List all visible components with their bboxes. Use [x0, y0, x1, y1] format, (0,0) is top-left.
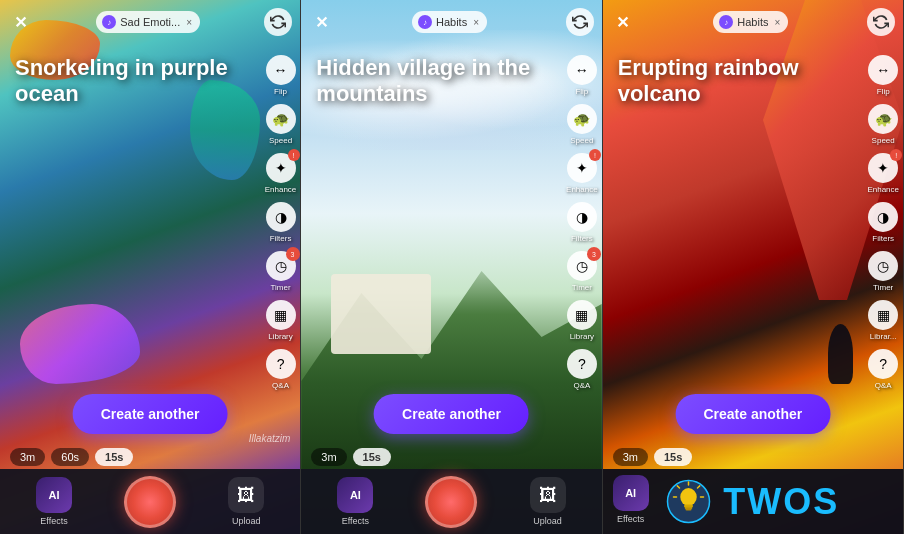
tab-pill-1[interactable]: ♪ Sad Emoti... × [96, 11, 200, 33]
effects-item-3[interactable]: AI Effects [613, 475, 649, 524]
timer-tool-1[interactable]: ◷ 3 Timer [266, 251, 296, 292]
enhance-tool-2[interactable]: ✦ ! Enhance [566, 153, 598, 194]
duration-60s-1[interactable]: 60s [51, 448, 89, 466]
filters-tool-2[interactable]: ◑ Filters [567, 202, 597, 243]
enhance-label-3: Enhance [867, 185, 899, 194]
music-icon-3: ♪ [719, 15, 733, 29]
record-button-2[interactable] [425, 476, 477, 528]
timer-icon-1: ◷ 3 [266, 251, 296, 281]
tab-pill-3[interactable]: ♪ Habits × [713, 11, 788, 33]
duration-3m-1[interactable]: 3m [10, 448, 45, 466]
library-icon-2: ▦ [567, 300, 597, 330]
timer-tool-3[interactable]: ◷ Timer [868, 251, 898, 292]
library-tool-3[interactable]: ▦ Librar... [868, 300, 898, 341]
effects-label-3: Effects [617, 514, 644, 524]
timer-tool-2[interactable]: ◷ 3 Timer [567, 251, 597, 292]
library-tool-1[interactable]: ▦ Library [266, 300, 296, 341]
flip-tool-3[interactable]: ↔ Flip [868, 55, 898, 96]
timer-badge-1: 3 [286, 247, 300, 261]
qa-tool-2[interactable]: ? Q&A [567, 349, 597, 390]
flip-label-3: Flip [877, 87, 890, 96]
filters-tool-1[interactable]: ◑ Filters [266, 202, 296, 243]
duration-15s-3[interactable]: 15s [654, 448, 692, 466]
ai-effects-icon-1: AI [36, 477, 72, 513]
duration-3m-2[interactable]: 3m [311, 448, 346, 466]
refresh-button-3[interactable] [867, 8, 895, 36]
duration-15s-2[interactable]: 15s [353, 448, 391, 466]
timer-label-3: Timer [873, 283, 893, 292]
upload-item-1[interactable]: 🖼 Upload [228, 477, 264, 526]
enhance-tool-1[interactable]: ✦ ! Enhance [265, 153, 297, 194]
filters-label-1: Filters [270, 234, 292, 243]
phone-panel-3: ✕ ♪ Habits × Erupting rainbow volcano ↔ … [603, 0, 904, 534]
upload-item-2[interactable]: 🖼 Upload [530, 477, 566, 526]
signature-1: Illakatzim [249, 433, 291, 444]
flip-label-1: Flip [274, 87, 287, 96]
close-button-1[interactable]: ✕ [8, 10, 32, 34]
filters-icon-3: ◑ [868, 202, 898, 232]
speed-icon-1: 🐢 [266, 104, 296, 134]
effects-label-1: Effects [40, 516, 67, 526]
close-button-3[interactable]: ✕ [611, 10, 635, 34]
enhance-tool-3[interactable]: ✦ ! Enhance [867, 153, 899, 194]
enhance-badge-2: ! [589, 149, 601, 161]
timer-icon-2: ◷ 3 [567, 251, 597, 281]
twos-brand-text: TWOS [723, 481, 839, 523]
scene-title-2: Hidden village in the mountains [316, 55, 551, 108]
filters-tool-3[interactable]: ◑ Filters [868, 202, 898, 243]
speed-icon-2: 🐢 [567, 104, 597, 134]
tab-close-3[interactable]: × [774, 17, 780, 28]
filters-label-2: Filters [571, 234, 593, 243]
flip-icon-1: ↔ [266, 55, 296, 85]
duration-bar-1: 3m 60s 15s [10, 448, 133, 466]
effects-item-1[interactable]: AI Effects [36, 477, 72, 526]
refresh-button-1[interactable] [264, 8, 292, 36]
top-bar-1: ✕ ♪ Sad Emoti... × [8, 8, 292, 36]
effects-label-2: Effects [342, 516, 369, 526]
flip-tool-1[interactable]: ↔ Flip [266, 55, 296, 96]
refresh-button-2[interactable] [566, 8, 594, 36]
enhance-icon-1: ✦ ! [266, 153, 296, 183]
qa-tool-1[interactable]: ? Q&A [266, 349, 296, 390]
duration-3m-3[interactable]: 3m [613, 448, 648, 466]
create-another-button-1[interactable]: Create another [73, 394, 228, 434]
svg-rect-4 [686, 508, 692, 510]
library-icon-3: ▦ [868, 300, 898, 330]
tab-close-2[interactable]: × [473, 17, 479, 28]
tab-close-1[interactable]: × [186, 17, 192, 28]
duration-bar-3: 3m 15s [613, 448, 693, 466]
duration-bar-2: 3m 15s [311, 448, 391, 466]
top-bar-3: ✕ ♪ Habits × [611, 8, 895, 36]
close-button-2[interactable]: ✕ [309, 10, 333, 34]
right-toolbar-1: ↔ Flip 🐢 Speed ✦ ! Enhance ◑ Filters ◷ 3… [265, 55, 297, 390]
record-button-1[interactable] [124, 476, 176, 528]
duration-15s-1[interactable]: 15s [95, 448, 133, 466]
timer-icon-3: ◷ [868, 251, 898, 281]
timer-label-2: Timer [572, 283, 592, 292]
tab-pill-2[interactable]: ♪ Habits × [412, 11, 487, 33]
flip-icon-2: ↔ [567, 55, 597, 85]
enhance-label-1: Enhance [265, 185, 297, 194]
speed-tool-3[interactable]: 🐢 Speed [868, 104, 898, 145]
art-building-2 [331, 274, 431, 354]
speed-tool-2[interactable]: 🐢 Speed [567, 104, 597, 145]
enhance-label-2: Enhance [566, 185, 598, 194]
speed-tool-1[interactable]: 🐢 Speed [266, 104, 296, 145]
speed-label-3: Speed [872, 136, 895, 145]
qa-icon-1: ? [266, 349, 296, 379]
bottom-bar-2: AI Effects 🖼 Upload [301, 469, 601, 534]
timer-badge-2: 3 [587, 247, 601, 261]
tab-label-2: Habits [436, 16, 467, 28]
upload-icon-1: 🖼 [228, 477, 264, 513]
qa-tool-3[interactable]: ? Q&A [868, 349, 898, 390]
flip-tool-2[interactable]: ↔ Flip [567, 55, 597, 96]
library-tool-2[interactable]: ▦ Library [567, 300, 597, 341]
effects-item-2[interactable]: AI Effects [337, 477, 373, 526]
flip-label-2: Flip [575, 87, 588, 96]
art-figure-3 [828, 324, 853, 384]
filters-icon-1: ◑ [266, 202, 296, 232]
create-another-button-2[interactable]: Create another [374, 394, 529, 434]
create-another-button-3[interactable]: Create another [675, 394, 830, 434]
phone-panel-1: ✕ ♪ Sad Emoti... × Snorkeling in purple … [0, 0, 301, 534]
timer-label-1: Timer [270, 283, 290, 292]
